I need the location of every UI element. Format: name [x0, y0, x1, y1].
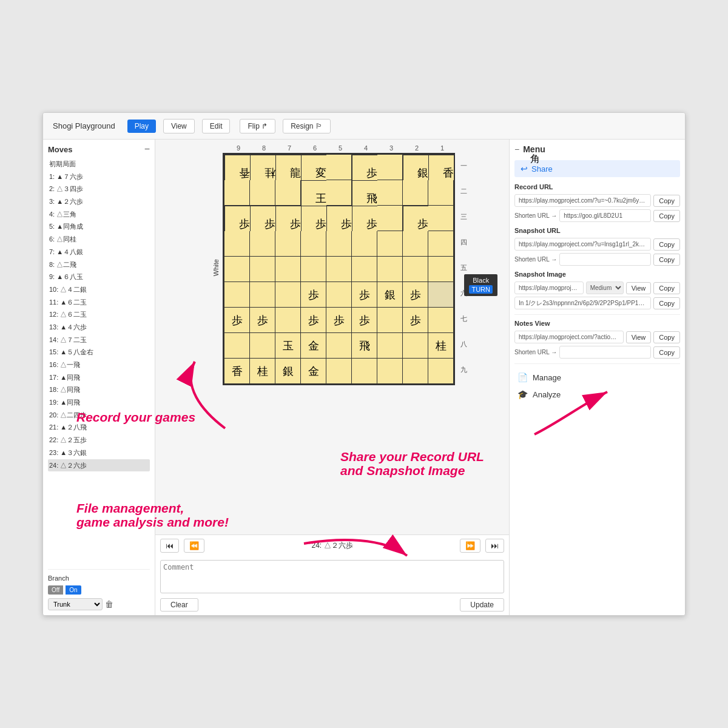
board-cell[interactable]: [403, 257, 428, 282]
notes-view-url-input[interactable]: [514, 331, 624, 343]
board-cell[interactable]: [224, 231, 250, 257]
next-move-button[interactable]: ⏩: [460, 539, 480, 553]
board-cell[interactable]: [326, 257, 352, 282]
record-url-copy-button[interactable]: Copy: [653, 195, 680, 207]
snapshot-image-url2-input[interactable]: [514, 297, 651, 309]
board-cell[interactable]: 歩: [224, 308, 250, 333]
edit-button[interactable]: Edit: [202, 119, 231, 133]
list-item[interactable]: 14: △７二玉: [48, 334, 150, 346]
branch-off-button[interactable]: Off: [48, 585, 63, 595]
board-cell[interactable]: [301, 231, 326, 257]
board-cell[interactable]: 銀: [403, 155, 428, 180]
first-move-button[interactable]: ⏮: [160, 539, 179, 553]
board-cell[interactable]: [403, 333, 428, 359]
board-cell[interactable]: [428, 257, 454, 282]
board-cell[interactable]: [301, 257, 326, 282]
board-cell[interactable]: 歩: [224, 206, 250, 231]
board-cell[interactable]: 桂: [428, 333, 454, 359]
board-cell[interactable]: [275, 308, 301, 333]
board-cell[interactable]: 歩: [352, 308, 377, 333]
notes-view-shorten-input[interactable]: [559, 346, 651, 359]
list-item[interactable]: 17: ▲同飛: [48, 371, 150, 384]
analyze-item[interactable]: 🎓 Analyze: [514, 386, 680, 403]
list-item[interactable]: 10: △４二銀: [48, 283, 150, 296]
snapshot-url-shorten-copy-button[interactable]: Copy: [653, 254, 680, 266]
board-cell[interactable]: [352, 359, 377, 384]
board-cell[interactable]: 香: [224, 155, 250, 180]
board-cell[interactable]: [428, 359, 454, 384]
list-item[interactable]: 9: ▲６八玉: [48, 271, 150, 283]
board-cell[interactable]: [250, 333, 275, 359]
board-cell[interactable]: 歩: [301, 308, 326, 333]
board-cell[interactable]: 歩: [301, 206, 326, 231]
board-cell[interactable]: [275, 180, 301, 206]
snapshot-url-input[interactable]: [514, 238, 651, 251]
shogi-board[interactable]: 香 桂 龍 変 歩 銀 香: [223, 153, 455, 385]
board-cell[interactable]: [224, 282, 250, 308]
list-item[interactable]: 22: △２五歩: [48, 434, 150, 447]
list-item[interactable]: 18: △同飛: [48, 383, 150, 396]
board-cell[interactable]: 香: [428, 155, 454, 180]
board-cell[interactable]: [224, 333, 250, 359]
board-cell[interactable]: [326, 155, 352, 180]
list-item[interactable]: 8: △二飛: [48, 258, 150, 271]
board-cell[interactable]: 歩: [275, 206, 301, 231]
list-item[interactable]: 6: △同桂: [48, 233, 150, 246]
board-cell[interactable]: 銀: [275, 359, 301, 384]
manage-item[interactable]: 📄 Manage: [514, 369, 680, 386]
board-cell[interactable]: [428, 180, 454, 206]
snapshot-url-shorten-input[interactable]: [559, 253, 651, 266]
update-button[interactable]: Update: [460, 598, 504, 612]
board-cell[interactable]: [428, 231, 454, 257]
record-url-input[interactable]: [514, 194, 651, 207]
board-cell[interactable]: 龍: [275, 155, 301, 180]
last-move-button[interactable]: ⏭: [485, 539, 504, 553]
board-cell[interactable]: 変: [301, 155, 326, 180]
prev-move-button[interactable]: ⏪: [184, 539, 204, 553]
board-cell[interactable]: [326, 180, 352, 206]
board-cell[interactable]: [403, 359, 428, 384]
board-cell[interactable]: [428, 206, 454, 231]
snapshot-image-url-input[interactable]: [514, 281, 584, 294]
record-url-shorten-copy-button[interactable]: Copy: [653, 210, 680, 222]
board-cell[interactable]: [377, 359, 403, 384]
board-cell[interactable]: [377, 308, 403, 333]
snapshot-url-copy-button[interactable]: Copy: [653, 238, 680, 251]
list-item[interactable]: 初期局面: [48, 158, 150, 170]
moves-collapse-button[interactable]: −: [144, 144, 150, 154]
play-button[interactable]: Play: [127, 120, 156, 133]
board-cell[interactable]: 香: [224, 359, 250, 384]
board-cell[interactable]: [352, 231, 377, 257]
list-item[interactable]: 12: △６二玉: [48, 308, 150, 321]
board-cell[interactable]: 歩: [326, 308, 352, 333]
board-cell[interactable]: [275, 231, 301, 257]
snapshot-image-view-button[interactable]: View: [626, 282, 652, 294]
board-cell[interactable]: 歩: [326, 206, 352, 231]
list-item[interactable]: 19: ▲同飛: [48, 396, 150, 409]
board-cell[interactable]: 玉: [275, 333, 301, 359]
list-item[interactable]: 16: △一飛: [48, 359, 150, 371]
comment-input[interactable]: [160, 560, 504, 593]
flip-button[interactable]: Flip ↱: [240, 119, 275, 133]
clear-button[interactable]: Clear: [160, 598, 198, 612]
board-cell[interactable]: 王: [301, 180, 326, 206]
moves-list[interactable]: 初期局面 1: ▲７六歩 2: △３四歩 3: ▲２六歩 4: △三角 5: ▲…: [48, 158, 150, 567]
board-cell[interactable]: 歩: [352, 206, 377, 231]
list-item[interactable]: 15: ▲５八金右: [48, 346, 150, 359]
board-cell[interactable]: [250, 180, 275, 206]
board-cell[interactable]: 金: [301, 333, 326, 359]
board-cell[interactable]: 歩: [352, 282, 377, 308]
list-item[interactable]: 7: ▲４八銀: [48, 246, 150, 258]
list-item[interactable]: 24: △２六歩: [48, 459, 150, 472]
board-cell[interactable]: [377, 180, 403, 206]
board-cell[interactable]: [250, 257, 275, 282]
snapshot-size-select[interactable]: Medium Small Large: [586, 281, 624, 294]
board-cell[interactable]: [352, 257, 377, 282]
snapshot-image-copy-button[interactable]: Copy: [653, 282, 680, 294]
board-cell[interactable]: [275, 257, 301, 282]
notes-view-shorten-copy-button[interactable]: Copy: [653, 346, 680, 359]
view-button[interactable]: View: [163, 119, 195, 133]
board-cell[interactable]: 歩: [352, 155, 377, 180]
board-cell[interactable]: 歩: [403, 282, 428, 308]
board-cell[interactable]: 歩: [250, 308, 275, 333]
